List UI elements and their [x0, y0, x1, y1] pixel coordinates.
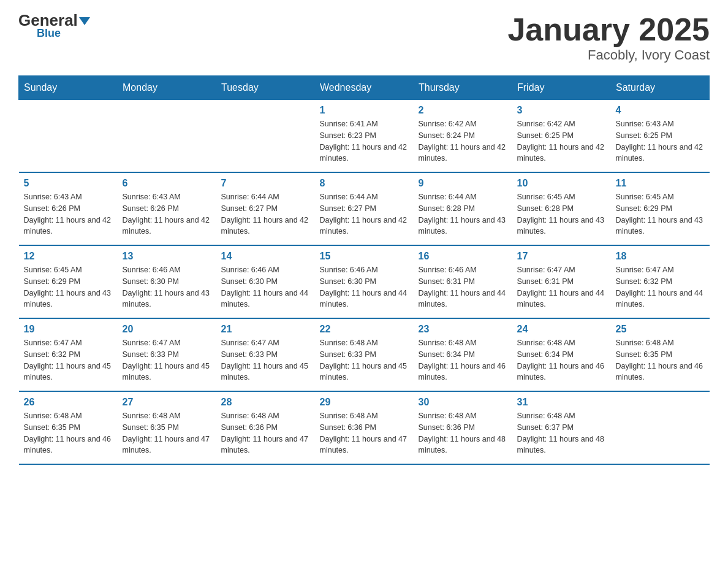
table-row — [118, 100, 216, 173]
day-number: 23 — [419, 324, 507, 335]
table-row: 11Sunrise: 6:45 AMSunset: 6:29 PMDayligh… — [611, 172, 710, 245]
table-row: 7Sunrise: 6:44 AMSunset: 6:27 PMDaylight… — [216, 172, 315, 245]
day-number: 20 — [123, 324, 211, 335]
day-info: Sunrise: 6:48 AMSunset: 6:35 PMDaylight:… — [24, 410, 113, 456]
calendar-week-row: 5Sunrise: 6:43 AMSunset: 6:26 PMDaylight… — [19, 172, 710, 245]
logo: General Blue — [18, 12, 90, 40]
header-wednesday: Wednesday — [315, 76, 414, 100]
table-row: 8Sunrise: 6:44 AMSunset: 6:27 PMDaylight… — [315, 172, 414, 245]
calendar-week-row: 19Sunrise: 6:47 AMSunset: 6:32 PMDayligh… — [19, 318, 710, 391]
day-info: Sunrise: 6:47 AMSunset: 6:32 PMDaylight:… — [24, 337, 113, 383]
calendar-table: Sunday Monday Tuesday Wednesday Thursday… — [18, 75, 710, 465]
day-number: 2 — [419, 105, 507, 116]
day-number: 21 — [221, 324, 310, 335]
day-info: Sunrise: 6:46 AMSunset: 6:31 PMDaylight:… — [419, 264, 507, 310]
table-row: 1Sunrise: 6:41 AMSunset: 6:23 PMDaylight… — [315, 100, 414, 173]
day-number: 13 — [123, 251, 211, 262]
day-info: Sunrise: 6:47 AMSunset: 6:33 PMDaylight:… — [221, 337, 310, 383]
table-row: 6Sunrise: 6:43 AMSunset: 6:26 PMDaylight… — [118, 172, 216, 245]
table-row: 28Sunrise: 6:48 AMSunset: 6:36 PMDayligh… — [216, 391, 315, 464]
table-row: 3Sunrise: 6:42 AMSunset: 6:25 PMDaylight… — [512, 100, 611, 173]
table-row: 13Sunrise: 6:46 AMSunset: 6:30 PMDayligh… — [118, 245, 216, 318]
day-info: Sunrise: 6:48 AMSunset: 6:37 PMDaylight:… — [517, 410, 606, 456]
table-row — [19, 100, 118, 173]
table-row: 10Sunrise: 6:45 AMSunset: 6:28 PMDayligh… — [512, 172, 611, 245]
table-row: 31Sunrise: 6:48 AMSunset: 6:37 PMDayligh… — [512, 391, 611, 464]
header-saturday: Saturday — [611, 76, 710, 100]
table-row: 14Sunrise: 6:46 AMSunset: 6:30 PMDayligh… — [216, 245, 315, 318]
table-row: 26Sunrise: 6:48 AMSunset: 6:35 PMDayligh… — [19, 391, 118, 464]
day-info: Sunrise: 6:42 AMSunset: 6:25 PMDaylight:… — [517, 118, 606, 164]
day-number: 16 — [419, 251, 507, 262]
day-number: 22 — [320, 324, 409, 335]
day-number: 9 — [419, 178, 507, 189]
day-info: Sunrise: 6:45 AMSunset: 6:29 PMDaylight:… — [24, 264, 113, 310]
location-subtitle: Facobly, Ivory Coast — [507, 47, 710, 63]
header-thursday: Thursday — [414, 76, 512, 100]
day-number: 25 — [616, 324, 705, 335]
day-info: Sunrise: 6:44 AMSunset: 6:28 PMDaylight:… — [419, 191, 507, 237]
table-row: 23Sunrise: 6:48 AMSunset: 6:34 PMDayligh… — [414, 318, 512, 391]
title-section: January 2025 Facobly, Ivory Coast — [507, 12, 710, 63]
table-row: 29Sunrise: 6:48 AMSunset: 6:36 PMDayligh… — [315, 391, 414, 464]
day-info: Sunrise: 6:48 AMSunset: 6:36 PMDaylight:… — [419, 410, 507, 456]
table-row: 18Sunrise: 6:47 AMSunset: 6:32 PMDayligh… — [611, 245, 710, 318]
day-info: Sunrise: 6:45 AMSunset: 6:29 PMDaylight:… — [616, 191, 705, 237]
table-row: 16Sunrise: 6:46 AMSunset: 6:31 PMDayligh… — [414, 245, 512, 318]
day-info: Sunrise: 6:46 AMSunset: 6:30 PMDaylight:… — [123, 264, 211, 310]
day-number: 1 — [320, 105, 409, 116]
day-info: Sunrise: 6:47 AMSunset: 6:32 PMDaylight:… — [616, 264, 705, 310]
day-number: 12 — [24, 251, 113, 262]
day-number: 6 — [123, 178, 211, 189]
day-number: 29 — [320, 397, 409, 408]
day-info: Sunrise: 6:46 AMSunset: 6:30 PMDaylight:… — [320, 264, 409, 310]
day-info: Sunrise: 6:43 AMSunset: 6:26 PMDaylight:… — [24, 191, 113, 237]
logo-blue-text: Blue — [37, 27, 61, 40]
table-row — [216, 100, 315, 173]
day-info: Sunrise: 6:42 AMSunset: 6:24 PMDaylight:… — [419, 118, 507, 164]
day-info: Sunrise: 6:47 AMSunset: 6:31 PMDaylight:… — [517, 264, 606, 310]
header-tuesday: Tuesday — [216, 76, 315, 100]
day-number: 17 — [517, 251, 606, 262]
day-number: 18 — [616, 251, 705, 262]
day-number: 10 — [517, 178, 606, 189]
table-row: 9Sunrise: 6:44 AMSunset: 6:28 PMDaylight… — [414, 172, 512, 245]
day-number: 30 — [419, 397, 507, 408]
day-number: 28 — [221, 397, 310, 408]
day-number: 8 — [320, 178, 409, 189]
calendar-header-row: Sunday Monday Tuesday Wednesday Thursday… — [19, 76, 710, 100]
day-info: Sunrise: 6:48 AMSunset: 6:33 PMDaylight:… — [320, 337, 409, 383]
day-info: Sunrise: 6:46 AMSunset: 6:30 PMDaylight:… — [221, 264, 310, 310]
table-row: 5Sunrise: 6:43 AMSunset: 6:26 PMDaylight… — [19, 172, 118, 245]
day-info: Sunrise: 6:41 AMSunset: 6:23 PMDaylight:… — [320, 118, 409, 164]
day-info: Sunrise: 6:48 AMSunset: 6:34 PMDaylight:… — [419, 337, 507, 383]
day-number: 5 — [24, 178, 113, 189]
table-row: 21Sunrise: 6:47 AMSunset: 6:33 PMDayligh… — [216, 318, 315, 391]
day-number: 27 — [123, 397, 211, 408]
day-info: Sunrise: 6:48 AMSunset: 6:36 PMDaylight:… — [221, 410, 310, 456]
day-number: 7 — [221, 178, 310, 189]
table-row — [611, 391, 710, 464]
table-row: 19Sunrise: 6:47 AMSunset: 6:32 PMDayligh… — [19, 318, 118, 391]
calendar-week-row: 12Sunrise: 6:45 AMSunset: 6:29 PMDayligh… — [19, 245, 710, 318]
table-row: 20Sunrise: 6:47 AMSunset: 6:33 PMDayligh… — [118, 318, 216, 391]
table-row: 24Sunrise: 6:48 AMSunset: 6:34 PMDayligh… — [512, 318, 611, 391]
table-row: 30Sunrise: 6:48 AMSunset: 6:36 PMDayligh… — [414, 391, 512, 464]
day-number: 3 — [517, 105, 606, 116]
day-number: 24 — [517, 324, 606, 335]
table-row: 15Sunrise: 6:46 AMSunset: 6:30 PMDayligh… — [315, 245, 414, 318]
calendar-week-row: 26Sunrise: 6:48 AMSunset: 6:35 PMDayligh… — [19, 391, 710, 464]
day-info: Sunrise: 6:48 AMSunset: 6:35 PMDaylight:… — [616, 337, 705, 383]
table-row: 17Sunrise: 6:47 AMSunset: 6:31 PMDayligh… — [512, 245, 611, 318]
day-info: Sunrise: 6:48 AMSunset: 6:34 PMDaylight:… — [517, 337, 606, 383]
day-number: 11 — [616, 178, 705, 189]
logo-text: General — [18, 12, 90, 28]
day-info: Sunrise: 6:44 AMSunset: 6:27 PMDaylight:… — [320, 191, 409, 237]
day-info: Sunrise: 6:43 AMSunset: 6:25 PMDaylight:… — [616, 118, 705, 164]
day-number: 15 — [320, 251, 409, 262]
day-number: 14 — [221, 251, 310, 262]
day-number: 4 — [616, 105, 705, 116]
day-info: Sunrise: 6:48 AMSunset: 6:36 PMDaylight:… — [320, 410, 409, 456]
calendar-week-row: 1Sunrise: 6:41 AMSunset: 6:23 PMDaylight… — [19, 100, 710, 173]
day-info: Sunrise: 6:43 AMSunset: 6:26 PMDaylight:… — [123, 191, 211, 237]
